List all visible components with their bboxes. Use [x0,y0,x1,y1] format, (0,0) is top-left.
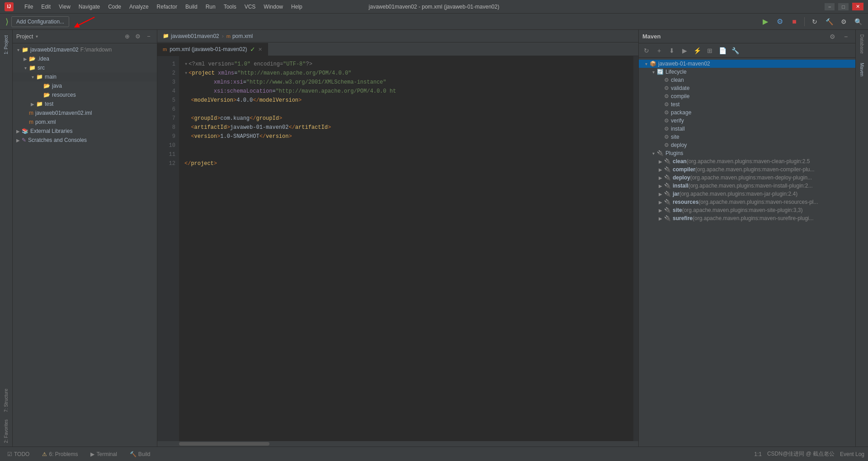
menu-run[interactable]: Run [202,2,219,11]
panel-action-add[interactable]: ⊕ [123,32,132,41]
maven-plugin-deploy[interactable]: ▶ 🔌 deploy (org.apache.maven.plugins:mav… [639,174,855,182]
bottom-tab-terminal[interactable]: ▶ Terminal [87,449,120,459]
stop-button[interactable]: ■ [788,15,801,28]
tree-item-java[interactable]: ▶ 📂 java [13,81,157,90]
menu-view[interactable]: View [55,2,74,11]
search-everywhere-button[interactable]: 🔍 [852,15,864,28]
maven-generate-button[interactable]: ⊞ [704,45,716,56]
maven-item-verify[interactable]: ▶ ⚙ verify [639,117,855,125]
maven-gear-icon-deploy: ⚙ [664,142,669,148]
maven-item-site[interactable]: ▶ ⚙ site [639,133,855,141]
maven-item-root[interactable]: ▾ 📦 javaweb-01-maven02 [639,60,855,68]
code-line-10 [184,141,627,150]
maven-minimize-button[interactable]: − [840,31,852,42]
debug-button[interactable]: ⚙ [774,15,786,28]
editor-tab-pomxml[interactable]: m pom.xml (javaweb-01-maven02) ✓ ✕ [157,43,268,56]
breadcrumb-file[interactable]: m pom.xml [226,33,253,39]
menu-navigate[interactable]: Navigate [75,2,104,11]
run-button[interactable]: ▶ [759,15,772,28]
sidebar-tab-favorites[interactable]: 2: Favorites [2,416,10,447]
tree-item-ext-libs[interactable]: ▶ 📚 External Libraries [13,127,157,136]
breadcrumb-project[interactable]: 📁 javaweb01maven02 [163,33,219,39]
maven-item-package[interactable]: ▶ ⚙ package [639,108,855,117]
menu-help[interactable]: Help [288,2,306,11]
bottom-tab-problems[interactable]: ⚠ 6: Problems [38,449,81,459]
maven-plugin-install[interactable]: ▶ 🔌 install (org.apache.maven.plugins:ma… [639,182,855,190]
maven-item-deploy[interactable]: ▶ ⚙ deploy [639,141,855,149]
maven-item-install[interactable]: ▶ ⚙ install [639,125,855,133]
maven-panel: Maven ⚙ − ↻ + ⬇ ▶ ⚡ ⊞ 📄 🔧 ▾ 📦 javaweb-01… [638,30,855,447]
fold-arrow-2[interactable]: ▾ [184,70,188,76]
right-tab-maven[interactable]: Maven [858,58,866,81]
maven-add-button[interactable]: + [653,45,665,56]
maven-item-compile[interactable]: ▶ ⚙ compile [639,92,855,100]
maximize-button[interactable]: □ [838,3,849,10]
maven-label-verify: verify [671,118,684,124]
maven-run-button[interactable]: ▶ [679,45,690,56]
menu-analyze[interactable]: Analyze [126,2,152,11]
tree-item-src[interactable]: ▾ 📁 src [13,63,157,72]
maven-plugin-jar[interactable]: ▶ 🔌 jar (org.apache.maven.plugins:maven-… [639,190,855,198]
menu-code[interactable]: Code [104,2,125,11]
maven-download-button[interactable]: ⬇ [666,45,678,56]
settings-button[interactable]: ⚙ [837,15,850,28]
maven-settings-button[interactable]: ⚙ [826,31,838,42]
menu-file[interactable]: File [21,2,37,11]
maven-item-lifecycle[interactable]: ▾ 🔄 Lifecycle [639,68,855,76]
maven-plugin-clean[interactable]: ▶ 🔌 clean (org.apache.maven.plugins:mave… [639,157,855,165]
tree-item-idea[interactable]: ▶ 📂 .idea [13,54,157,63]
maven-item-clean[interactable]: ▶ ⚙ clean [639,76,855,84]
minimize-button[interactable]: − [825,3,835,10]
menu-window[interactable]: Window [260,2,287,11]
add-configuration-button[interactable]: Add Configuration... [11,16,69,27]
tab-close-button[interactable]: ✕ [258,47,262,52]
tree-item-test[interactable]: ▶ 📁 test [13,99,157,108]
maven-gear-icon-verify: ⚙ [664,118,669,124]
refresh-button[interactable]: ↻ [808,15,821,28]
maven-skip-tests-button[interactable]: ⚡ [691,45,703,56]
maven-plugin-arrow-site: ▶ [657,208,664,213]
tree-label-ext-libs: External Libraries [30,128,72,134]
bottom-tab-todo[interactable]: ☑ TODO [4,449,33,459]
menu-vcs[interactable]: VCS [241,2,259,11]
menu-tools[interactable]: Tools [220,2,240,11]
bottom-tab-build[interactable]: 🔨 Build [126,449,154,459]
menu-edit[interactable]: Edit [38,2,54,11]
menu-build[interactable]: Build [182,2,201,11]
maven-item-test[interactable]: ▶ ⚙ test [639,100,855,108]
tree-item-main[interactable]: ▾ 📁 main [13,72,157,81]
maven-plugin-resources[interactable]: ▶ 🔌 resources (org.apache.maven.plugins:… [639,198,855,206]
maven-plugin-site[interactable]: ▶ 🔌 site (org.apache.maven.plugins:maven… [639,206,855,214]
maven-arrow-package: ▶ [657,110,664,115]
sidebar-tab-structure[interactable]: 7: Structure [2,385,10,416]
menu-refactor[interactable]: Refactor [153,2,181,11]
tree-item-iml[interactable]: ▶ m javaweb01maven02.iml [13,108,157,118]
build-button[interactable]: 🔨 [823,15,835,28]
code-line-3: xmlns:xsi="http://www.w3.org/2001/XMLSch… [184,78,627,87]
maven-refresh-button[interactable]: ↻ [641,45,652,56]
panel-action-gear[interactable]: ⚙ [133,32,142,41]
tab-file-icon: m [163,47,167,52]
maven-open-config-button[interactable]: 📄 [717,45,728,56]
fold-arrow-1[interactable]: ▾ [184,61,188,67]
tree-item-root[interactable]: ▾ 📁 javaweb01maven02 F:\markdown [13,45,157,54]
maven-plugin-compiler[interactable]: ▶ 🔌 compiler (org.apache.maven.plugins:m… [639,165,855,174]
close-button[interactable]: ✕ [852,3,863,10]
maven-item-validate[interactable]: ▶ ⚙ validate [639,84,855,92]
maven-plugin-arrow-deploy: ▶ [657,175,664,180]
code-line-4: xsi:schemaLocation="http://maven.apache.… [184,87,627,96]
minimap-scrollbar[interactable] [633,56,638,441]
panel-action-minimize[interactable]: − [144,32,153,41]
tree-item-resources[interactable]: ▶ 📂 resources [13,90,157,99]
scrollbar-track[interactable] [179,442,617,446]
maven-wrench-button[interactable]: 🔧 [729,45,741,56]
tree-item-scratches[interactable]: ▶ ✎ Scratches and Consoles [13,136,157,145]
scrollbar-thumb[interactable] [179,442,269,446]
tree-item-pomxml[interactable]: ▶ m pom.xml [13,118,157,127]
maven-item-plugins[interactable]: ▾ 🔌 Plugins [639,149,855,157]
sidebar-tab-project[interactable]: 1: Project [2,32,10,58]
right-tab-database[interactable]: Database [858,30,866,58]
event-log[interactable]: Event Log [840,451,864,457]
code-editor[interactable]: ▾<?xml version="1.0" encoding="UTF-8"?> … [179,56,633,441]
maven-plugin-surefire[interactable]: ▶ 🔌 surefire (org.apache.maven.plugins:m… [639,214,855,222]
